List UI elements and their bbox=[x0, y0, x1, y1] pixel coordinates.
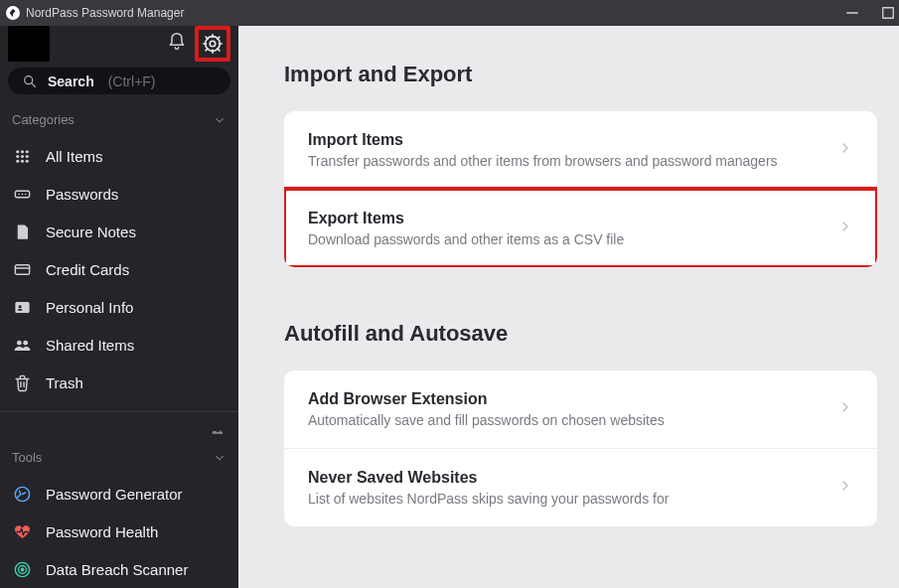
svg-point-26 bbox=[24, 193, 26, 195]
chevron-right-icon bbox=[837, 399, 853, 419]
sidebar-item-label: Password Health bbox=[46, 523, 158, 540]
search-icon bbox=[22, 74, 38, 89]
radar-icon bbox=[12, 559, 32, 579]
card-subtitle: Transfer passwords and other items from … bbox=[308, 153, 822, 169]
people-icon bbox=[12, 335, 32, 355]
svg-line-9 bbox=[218, 49, 220, 51]
svg-point-19 bbox=[25, 155, 28, 158]
svg-point-21 bbox=[20, 159, 23, 162]
person-card-icon bbox=[12, 297, 32, 317]
sidebar-item-label: All Items bbox=[46, 148, 103, 165]
card-title: Import Items bbox=[308, 131, 822, 149]
svg-point-17 bbox=[16, 155, 19, 158]
svg-rect-27 bbox=[15, 265, 29, 275]
sidebar-item-trash[interactable]: Trash bbox=[0, 364, 238, 401]
card-title: Never Saved Websites bbox=[308, 469, 822, 487]
app-logo-icon bbox=[6, 6, 20, 20]
sidebar-item-label: Passwords bbox=[46, 186, 118, 203]
svg-point-3 bbox=[210, 41, 216, 47]
svg-rect-1 bbox=[883, 8, 894, 19]
categories-list: All Items Passwords Secure Notes Credit … bbox=[0, 137, 238, 401]
svg-rect-29 bbox=[15, 302, 29, 313]
sidebar-item-label: Password Generator bbox=[46, 486, 183, 503]
heart-icon bbox=[12, 521, 32, 541]
sidebar-item-passwords[interactable]: Passwords bbox=[0, 175, 238, 213]
sidebar-item-label: Shared Items bbox=[46, 337, 134, 354]
sidebar-item-credit-cards[interactable]: Credit Cards bbox=[0, 250, 238, 288]
chevron-right-icon bbox=[837, 478, 853, 498]
tools-list: Password Generator Password Health Data … bbox=[0, 475, 238, 588]
export-items-row[interactable]: Export Items Download passwords and othe… bbox=[284, 189, 877, 267]
password-icon bbox=[12, 184, 32, 204]
window-maximize-button[interactable] bbox=[879, 4, 897, 22]
svg-point-31 bbox=[16, 341, 21, 346]
card-subtitle: Download passwords and other items as a … bbox=[308, 231, 822, 247]
svg-point-30 bbox=[18, 305, 21, 308]
sidebar-item-label: Credit Cards bbox=[46, 261, 129, 278]
search-label: Search bbox=[48, 74, 94, 89]
window-title: NordPass Password Manager bbox=[26, 6, 184, 20]
search-input[interactable]: Search (Ctrl+F) bbox=[8, 68, 230, 94]
import-export-group: Import Items Transfer passwords and othe… bbox=[284, 111, 877, 267]
settings-gear-button[interactable] bbox=[195, 26, 230, 62]
sidebar-item-all-items[interactable]: All Items bbox=[0, 137, 238, 175]
section-heading-import-export: Import and Export bbox=[284, 62, 877, 87]
sidebar-item-secure-notes[interactable]: Secure Notes bbox=[0, 213, 238, 250]
sidebar-item-label: Secure Notes bbox=[46, 223, 136, 240]
categories-label: Categories bbox=[12, 112, 75, 127]
sidebar-item-label: Data Breach Scanner bbox=[46, 561, 188, 578]
sidebar-item-shared-items[interactable]: Shared Items bbox=[0, 326, 238, 364]
add-folder-button[interactable] bbox=[0, 422, 238, 446]
svg-line-8 bbox=[206, 37, 208, 39]
generator-icon bbox=[12, 484, 32, 504]
card-icon bbox=[12, 259, 32, 279]
section-heading-autofill: Autofill and Autosave bbox=[284, 321, 877, 347]
card-title: Export Items bbox=[308, 210, 822, 227]
window-minimize-button[interactable] bbox=[843, 4, 861, 22]
svg-point-15 bbox=[20, 150, 23, 153]
svg-point-20 bbox=[16, 159, 19, 162]
svg-point-24 bbox=[18, 193, 20, 195]
settings-pane: Import and Export Import Items Transfer … bbox=[238, 26, 899, 588]
tools-label: Tools bbox=[12, 450, 42, 465]
chevron-right-icon bbox=[837, 140, 853, 160]
never-saved-websites-row[interactable]: Never Saved Websites List of websites No… bbox=[284, 448, 877, 526]
sidebar-item-label: Personal Info bbox=[46, 299, 133, 316]
card-title: Add Browser Extension bbox=[308, 390, 822, 408]
tools-header[interactable]: Tools bbox=[0, 446, 238, 469]
card-subtitle: Automatically save and fill passwords on… bbox=[308, 412, 822, 428]
sidebar-item-label: Trash bbox=[46, 374, 83, 391]
notifications-bell-icon[interactable] bbox=[167, 32, 187, 56]
chevron-right-icon bbox=[837, 219, 853, 238]
chevron-down-icon bbox=[213, 113, 226, 127]
sidebar: Search (Ctrl+F) Categories All Items Pas… bbox=[0, 26, 238, 588]
svg-point-25 bbox=[21, 193, 23, 195]
sidebar-item-data-breach-scanner[interactable]: Data Breach Scanner bbox=[0, 550, 238, 588]
sidebar-divider bbox=[0, 411, 238, 412]
svg-point-22 bbox=[25, 159, 28, 162]
grid-icon bbox=[12, 146, 32, 166]
categories-header[interactable]: Categories bbox=[0, 108, 238, 131]
svg-point-16 bbox=[25, 150, 28, 153]
sidebar-item-personal-info[interactable]: Personal Info bbox=[0, 288, 238, 326]
sidebar-item-password-health[interactable]: Password Health bbox=[0, 513, 238, 550]
search-shortcut-hint: (Ctrl+F) bbox=[108, 74, 156, 89]
chevron-down-icon bbox=[213, 451, 226, 465]
svg-line-11 bbox=[218, 37, 220, 39]
card-subtitle: List of websites NordPass skips saving y… bbox=[308, 491, 822, 507]
autofill-group: Add Browser Extension Automatically save… bbox=[284, 370, 877, 526]
svg-point-14 bbox=[16, 150, 19, 153]
sidebar-item-password-generator[interactable]: Password Generator bbox=[0, 475, 238, 513]
trash-icon bbox=[12, 372, 32, 392]
svg-point-40 bbox=[21, 568, 23, 570]
import-items-row[interactable]: Import Items Transfer passwords and othe… bbox=[284, 111, 877, 189]
svg-line-13 bbox=[32, 82, 36, 86]
account-avatar[interactable] bbox=[8, 26, 50, 62]
svg-point-32 bbox=[23, 341, 28, 346]
svg-point-18 bbox=[20, 155, 23, 158]
svg-line-10 bbox=[206, 49, 208, 51]
add-browser-extension-row[interactable]: Add Browser Extension Automatically save… bbox=[284, 370, 877, 448]
note-icon bbox=[12, 221, 32, 241]
title-bar: NordPass Password Manager bbox=[0, 0, 899, 26]
